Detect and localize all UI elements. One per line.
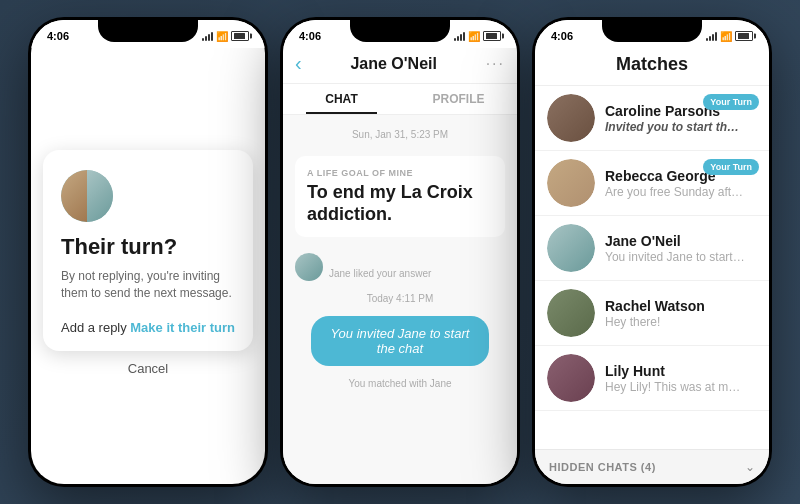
wifi-icon-3: 📶	[720, 31, 732, 42]
chat-date-label: Sun, Jan 31, 5:23 PM	[295, 129, 505, 140]
modal-title: Their turn?	[61, 234, 235, 260]
battery-icon-2	[483, 31, 501, 41]
matches-list: Caroline Parsons Invited you to start th…	[535, 86, 769, 449]
avatar-rachel-img	[547, 289, 595, 337]
avatar-right	[87, 170, 113, 222]
chat-messages: Sun, Jan 31, 5:23 PM A LIFE GOAL OF MINE…	[283, 115, 517, 484]
battery-icon	[231, 31, 249, 41]
chat-header: ‹ Jane O'Neil ···	[283, 48, 517, 84]
modal-description: By not replying, you're inviting them to…	[61, 268, 235, 302]
couple-avatar	[61, 170, 113, 222]
avatar-lily-img	[547, 354, 595, 402]
signal-icon	[202, 31, 213, 41]
match-preview-caroline: Invited you to start the chat.	[605, 120, 745, 134]
match-item-lily[interactable]: Lily Hunt Hey Lily! This was at my famil…	[535, 346, 769, 411]
avatar-jane-img	[547, 224, 595, 272]
match-info-lily: Lily Hunt Hey Lily! This was at my famil…	[605, 363, 757, 394]
match-preview-rebecca: Are you free Sunday afternoon?	[605, 185, 745, 199]
chat-header-name: Jane O'Neil	[350, 55, 437, 73]
wifi-icon-2: 📶	[468, 31, 480, 42]
modal-avatar	[61, 170, 113, 222]
tab-profile[interactable]: PROFILE	[400, 84, 517, 114]
modal-buttons: Add a reply Make it their turn	[61, 320, 235, 335]
avatar-left	[61, 170, 87, 222]
add-reply-button[interactable]: Add a reply	[61, 320, 127, 335]
more-options-button[interactable]: ···	[486, 55, 505, 73]
wifi-icon: 📶	[216, 31, 228, 42]
chat-time-label: Today 4:11 PM	[295, 293, 505, 304]
your-turn-badge-caroline: Your Turn	[703, 94, 759, 110]
match-preview-lily: Hey Lily! This was at my family's beac..…	[605, 380, 745, 394]
signal-icon-3	[706, 31, 717, 41]
matches-title: Matches	[535, 54, 769, 75]
back-button[interactable]: ‹	[295, 52, 302, 75]
message-bubble-row: You invited Jane to start the chat	[295, 316, 505, 366]
their-turn-modal: Their turn? By not replying, you're invi…	[43, 150, 253, 351]
phone-their-turn: 4:06 📶	[28, 17, 268, 487]
avatar-rebecca-img	[547, 159, 595, 207]
match-name-lily: Lily Hunt	[605, 363, 757, 379]
phone-chat: 4:06 📶 ‹ Jane O'Ne	[280, 17, 520, 487]
cancel-button[interactable]: Cancel	[43, 351, 253, 382]
invite-message-bubble: You invited Jane to start the chat	[311, 316, 490, 366]
avatar-caroline	[547, 94, 595, 142]
jane-reply-row: Jane liked your answer	[295, 253, 505, 281]
avatar-rebecca	[547, 159, 595, 207]
chat-tabs: CHAT PROFILE	[283, 84, 517, 115]
time-1: 4:06	[47, 30, 69, 42]
make-their-turn-button[interactable]: Make it their turn	[130, 320, 235, 335]
notch-2	[350, 20, 450, 42]
match-name-jane: Jane O'Neil	[605, 233, 757, 249]
hidden-chats-bar[interactable]: HIDDEN CHATS (4) ⌄	[535, 449, 769, 484]
your-turn-badge-rebecca: Your Turn	[703, 159, 759, 175]
notch	[98, 20, 198, 42]
avatar-caroline-img	[547, 94, 595, 142]
battery-icon-3	[735, 31, 753, 41]
time-2: 4:06	[299, 30, 321, 42]
phone-matches: 4:06 📶 Matches	[532, 17, 772, 487]
match-item-caroline[interactable]: Caroline Parsons Invited you to start th…	[535, 86, 769, 151]
notch-3	[602, 20, 702, 42]
match-item-rachel[interactable]: Rachel Watson Hey there!	[535, 281, 769, 346]
liked-label: Jane liked your answer	[329, 266, 431, 281]
matches-header: Matches	[535, 48, 769, 86]
status-icons-2: 📶	[454, 31, 501, 42]
avatar-jane-match	[547, 224, 595, 272]
answer-label: A LIFE GOAL OF MINE	[307, 168, 493, 178]
match-info-rachel: Rachel Watson Hey there!	[605, 298, 757, 329]
match-item-jane[interactable]: Jane O'Neil You invited Jane to start th…	[535, 216, 769, 281]
tab-chat[interactable]: CHAT	[283, 84, 400, 114]
hidden-chats-label: HIDDEN CHATS (4)	[549, 461, 656, 473]
avatar-lily	[547, 354, 595, 402]
match-item-rebecca[interactable]: Rebecca George Are you free Sunday after…	[535, 151, 769, 216]
answer-card: A LIFE GOAL OF MINE To end my La Croix a…	[295, 156, 505, 237]
signal-icon-2	[454, 31, 465, 41]
status-icons-1: 📶	[202, 31, 249, 42]
answer-text: To end my La Croix addiction.	[307, 182, 493, 225]
matched-label: You matched with Jane	[295, 378, 505, 389]
match-info-jane: Jane O'Neil You invited Jane to start th…	[605, 233, 757, 264]
match-preview-jane: You invited Jane to start the chat.	[605, 250, 745, 264]
jane-avatar	[295, 253, 323, 281]
time-3: 4:06	[551, 30, 573, 42]
modal-overlay: Their turn? By not replying, you're invi…	[31, 48, 265, 484]
hidden-chats-arrow-icon: ⌄	[745, 460, 755, 474]
status-icons-3: 📶	[706, 31, 753, 42]
match-name-rachel: Rachel Watson	[605, 298, 757, 314]
avatar-rachel	[547, 289, 595, 337]
match-preview-rachel: Hey there!	[605, 315, 745, 329]
